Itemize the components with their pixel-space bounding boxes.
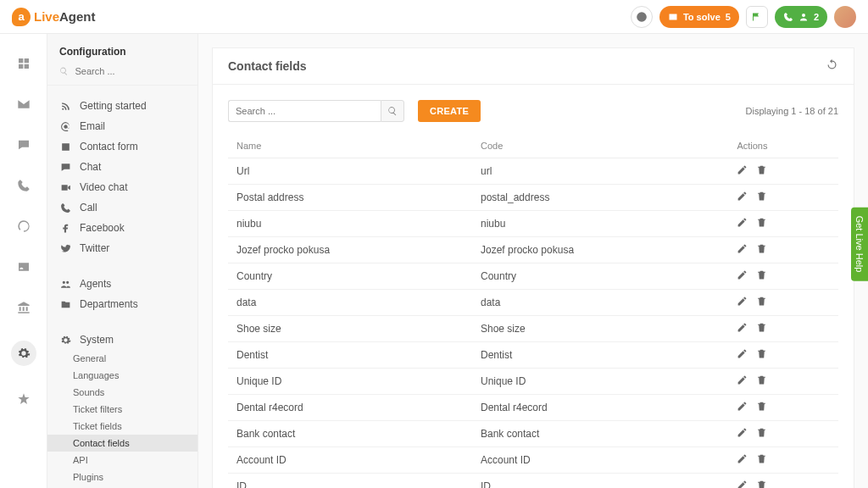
- table-row[interactable]: Jozef procko pokusaJozef procko pokusa: [228, 237, 838, 263]
- table-row[interactable]: Unique IDUnique ID: [228, 369, 838, 395]
- rail-dashboard[interactable]: [16, 56, 31, 71]
- edit-button[interactable]: [737, 374, 748, 388]
- edit-button[interactable]: [737, 322, 748, 336]
- delete-button[interactable]: [756, 374, 767, 388]
- delete-button[interactable]: [756, 243, 767, 257]
- spinner-icon: [17, 219, 31, 233]
- sub-languages[interactable]: Languages: [47, 367, 198, 384]
- table-row[interactable]: Dental r4ecordDental r4ecord: [228, 395, 838, 421]
- pencil-icon: [737, 374, 748, 385]
- edit-button[interactable]: [737, 480, 748, 488]
- pencil-icon: [737, 401, 748, 412]
- edit-button[interactable]: [737, 243, 748, 257]
- pencil-icon: [737, 348, 748, 359]
- nav-label: Email: [80, 120, 105, 132]
- rail-phone[interactable]: [16, 178, 31, 193]
- delete-button[interactable]: [756, 296, 767, 309]
- table-search-input[interactable]: [228, 100, 381, 122]
- table-row[interactable]: DentistDentist: [228, 342, 838, 369]
- rail-chat[interactable]: [16, 137, 31, 152]
- sub-contact-fields[interactable]: Contact fields: [47, 435, 198, 452]
- nav-facebook[interactable]: Facebook: [47, 218, 198, 238]
- page-title: Contact fields: [228, 59, 307, 73]
- chat-icon: [17, 138, 31, 152]
- sub-ticket-filters[interactable]: Ticket filters: [47, 401, 198, 418]
- rail-bank[interactable]: [16, 300, 31, 315]
- refresh-button[interactable]: [826, 58, 838, 74]
- tickets-status-button[interactable]: [746, 6, 768, 28]
- table-row[interactable]: Shoe sizeShoe size: [228, 316, 838, 342]
- rail-contacts[interactable]: [16, 259, 31, 274]
- table-row[interactable]: IDID: [228, 474, 838, 489]
- delete-button[interactable]: [756, 269, 767, 283]
- header-actions: To solve 5 2: [631, 6, 856, 28]
- edit-button[interactable]: [737, 348, 748, 362]
- nav-video-chat[interactable]: Video chat: [47, 177, 198, 197]
- table-row[interactable]: CountryCountry: [228, 263, 838, 290]
- nav-system[interactable]: System: [47, 330, 198, 350]
- delete-button[interactable]: [756, 322, 767, 336]
- nav-email[interactable]: Email: [47, 116, 198, 136]
- edit-button[interactable]: [737, 453, 748, 467]
- delete-button[interactable]: [756, 164, 767, 178]
- table-row[interactable]: Account IDAccount ID: [228, 447, 838, 474]
- edit-button[interactable]: [737, 191, 748, 204]
- edit-button[interactable]: [737, 401, 748, 414]
- sub-sounds[interactable]: Sounds: [47, 384, 198, 401]
- sub-api[interactable]: API: [47, 452, 198, 469]
- create-button[interactable]: CREATE: [418, 100, 481, 122]
- table-row[interactable]: datadata: [228, 290, 838, 316]
- rail-star[interactable]: [16, 391, 31, 407]
- nav-label: Chat: [80, 161, 101, 173]
- rail-loading[interactable]: [16, 219, 31, 234]
- table-row[interactable]: Postal addresspostal_address: [228, 185, 838, 211]
- phone-pill[interactable]: 2: [775, 6, 827, 28]
- mail-icon: [17, 97, 31, 111]
- edit-button[interactable]: [737, 427, 748, 441]
- delete-button[interactable]: [756, 217, 767, 230]
- gear-icon: [59, 335, 71, 346]
- cell-name: Dental r4ecord: [228, 395, 472, 421]
- table-row[interactable]: Urlurl: [228, 158, 838, 185]
- sub-general[interactable]: General: [47, 350, 198, 367]
- rail-mail[interactable]: [16, 97, 31, 112]
- trash-icon: [756, 164, 767, 175]
- table-search-button[interactable]: [381, 100, 404, 122]
- delete-button[interactable]: [756, 453, 767, 467]
- nav-twitter[interactable]: Twitter: [47, 238, 198, 258]
- col-code-header[interactable]: Code: [472, 134, 728, 158]
- trash-icon: [756, 480, 767, 488]
- twitter-icon: [59, 243, 71, 254]
- sub-plugins[interactable]: Plugins: [47, 469, 198, 485]
- edit-button[interactable]: [737, 164, 748, 178]
- delete-button[interactable]: [756, 427, 767, 441]
- nav-getting-started[interactable]: Getting started: [47, 96, 198, 116]
- to-solve-label: To solve: [683, 12, 721, 22]
- nav-contact-form[interactable]: Contact form: [47, 136, 198, 157]
- form-icon: [59, 141, 71, 152]
- delete-button[interactable]: [756, 348, 767, 362]
- nav-chat[interactable]: Chat: [47, 157, 198, 177]
- rail-settings[interactable]: [11, 341, 36, 366]
- table-row[interactable]: Bank contactBank contact: [228, 421, 838, 447]
- delete-button[interactable]: [756, 191, 767, 204]
- to-solve-pill[interactable]: To solve 5: [659, 6, 739, 28]
- edit-button[interactable]: [737, 296, 748, 309]
- panel-search-input[interactable]: [75, 66, 186, 76]
- table-row[interactable]: niubuniubu: [228, 211, 838, 237]
- nav-label: Contact form: [80, 141, 138, 152]
- nav-agents[interactable]: Agents: [47, 274, 198, 294]
- col-name-header[interactable]: Name: [228, 134, 472, 158]
- add-button[interactable]: [631, 6, 653, 28]
- live-help-tab[interactable]: Get Live Help: [851, 208, 868, 281]
- user-avatar[interactable]: [834, 6, 856, 28]
- nav-call[interactable]: Call: [47, 197, 198, 218]
- cell-actions: [728, 474, 838, 489]
- delete-button[interactable]: [756, 480, 767, 488]
- delete-button[interactable]: [756, 401, 767, 414]
- edit-button[interactable]: [737, 217, 748, 230]
- edit-button[interactable]: [737, 269, 748, 283]
- main-body: CREATE Displaying 1 - 18 of 21 Name Code…: [212, 84, 854, 488]
- sub-ticket-fields[interactable]: Ticket fields: [47, 418, 198, 435]
- nav-departments[interactable]: Departments: [47, 294, 198, 314]
